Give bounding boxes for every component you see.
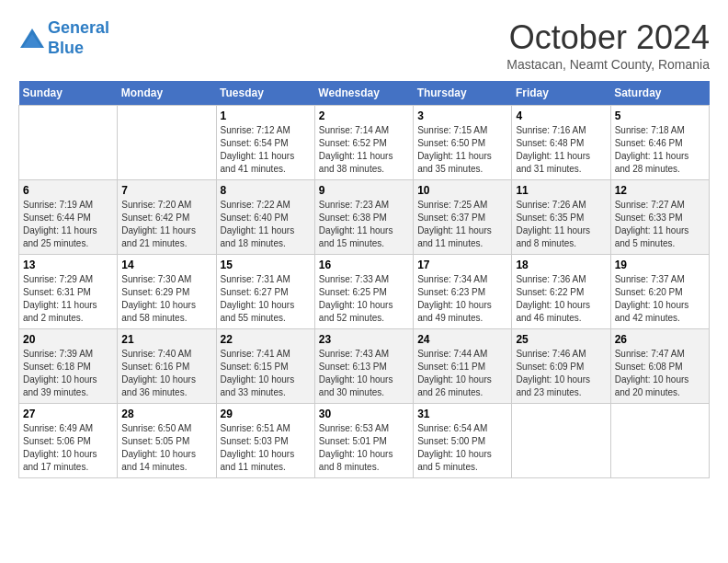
cell-day-number: 23 (319, 333, 409, 346)
cell-sun-info: Sunrise: 7:33 AMSunset: 6:25 PMDaylight:… (319, 273, 409, 325)
calendar-cell: 2Sunrise: 7:14 AMSunset: 6:52 PMDaylight… (314, 106, 413, 180)
day-header-friday: Friday (512, 81, 610, 106)
calendar-cell: 1Sunrise: 7:12 AMSunset: 6:54 PMDaylight… (216, 106, 314, 180)
cell-sun-info: Sunrise: 7:39 AMSunset: 6:18 PMDaylight:… (23, 348, 113, 399)
cell-sun-info: Sunrise: 7:18 AMSunset: 6:46 PMDaylight:… (615, 124, 705, 176)
cell-day-number: 7 (121, 184, 211, 197)
calendar-cell: 18Sunrise: 7:36 AMSunset: 6:22 PMDayligh… (512, 255, 610, 329)
calendar-cell: 17Sunrise: 7:34 AMSunset: 6:23 PMDayligh… (414, 255, 512, 329)
cell-day-number: 27 (23, 408, 113, 420)
cell-sun-info: Sunrise: 7:15 AMSunset: 6:50 PMDaylight:… (417, 124, 507, 176)
cell-day-number: 6 (23, 184, 113, 197)
cell-sun-info: Sunrise: 7:16 AMSunset: 6:48 PMDaylight:… (516, 124, 606, 176)
cell-sun-info: Sunrise: 6:54 AMSunset: 5:00 PMDaylight:… (417, 422, 507, 474)
calendar-week-5: 27Sunrise: 6:49 AMSunset: 5:06 PMDayligh… (19, 404, 710, 478)
cell-day-number: 20 (23, 333, 113, 346)
cell-sun-info: Sunrise: 7:34 AMSunset: 6:23 PMDaylight:… (417, 273, 507, 325)
cell-sun-info: Sunrise: 7:44 AMSunset: 6:11 PMDaylight:… (417, 348, 507, 399)
calendar-week-1: 1Sunrise: 7:12 AMSunset: 6:54 PMDaylight… (19, 106, 710, 180)
calendar-cell: 14Sunrise: 7:30 AMSunset: 6:29 PMDayligh… (118, 255, 216, 329)
cell-day-number: 5 (615, 109, 705, 122)
cell-sun-info: Sunrise: 7:23 AMSunset: 6:38 PMDaylight:… (319, 199, 409, 250)
calendar-header: SundayMondayTuesdayWednesdayThursdayFrid… (19, 81, 710, 106)
logo-line1: General (48, 18, 109, 37)
cell-day-number: 15 (221, 259, 311, 271)
cell-day-number: 17 (417, 259, 507, 271)
logo-line2: Blue (48, 39, 84, 57)
cell-sun-info: Sunrise: 7:37 AMSunset: 6:20 PMDaylight:… (615, 273, 705, 325)
calendar-cell: 6Sunrise: 7:19 AMSunset: 6:44 PMDaylight… (19, 180, 118, 255)
calendar-cell: 25Sunrise: 7:46 AMSunset: 6:09 PMDayligh… (512, 329, 610, 404)
location-subtitle: Mastacan, Neamt County, Romania (506, 57, 710, 72)
calendar-cell: 31Sunrise: 6:54 AMSunset: 5:00 PMDayligh… (414, 404, 512, 478)
cell-sun-info: Sunrise: 7:22 AMSunset: 6:40 PMDaylight:… (221, 199, 311, 250)
cell-day-number: 21 (121, 333, 211, 346)
day-header-tuesday: Tuesday (216, 81, 314, 106)
cell-sun-info: Sunrise: 7:25 AMSunset: 6:37 PMDaylight:… (417, 199, 507, 250)
calendar-cell: 15Sunrise: 7:31 AMSunset: 6:27 PMDayligh… (216, 255, 314, 329)
cell-day-number: 2 (319, 109, 409, 122)
calendar-cell: 7Sunrise: 7:20 AMSunset: 6:42 PMDaylight… (118, 180, 216, 255)
cell-sun-info: Sunrise: 7:29 AMSunset: 6:31 PMDaylight:… (23, 273, 113, 325)
cell-sun-info: Sunrise: 7:20 AMSunset: 6:42 PMDaylight:… (121, 199, 211, 250)
calendar-cell: 4Sunrise: 7:16 AMSunset: 6:48 PMDaylight… (512, 106, 610, 180)
calendar-cell: 23Sunrise: 7:43 AMSunset: 6:13 PMDayligh… (314, 329, 413, 404)
cell-day-number: 30 (319, 408, 409, 420)
cell-sun-info: Sunrise: 7:14 AMSunset: 6:52 PMDaylight:… (319, 124, 409, 176)
cell-day-number: 18 (516, 259, 606, 271)
calendar-body: 1Sunrise: 7:12 AMSunset: 6:54 PMDaylight… (19, 106, 710, 478)
calendar-cell: 13Sunrise: 7:29 AMSunset: 6:31 PMDayligh… (19, 255, 118, 329)
cell-day-number: 9 (319, 184, 409, 197)
calendar-week-2: 6Sunrise: 7:19 AMSunset: 6:44 PMDaylight… (19, 180, 710, 255)
cell-day-number: 12 (615, 184, 705, 197)
calendar-cell: 20Sunrise: 7:39 AMSunset: 6:18 PMDayligh… (19, 329, 118, 404)
cell-sun-info: Sunrise: 7:47 AMSunset: 6:08 PMDaylight:… (615, 348, 705, 399)
calendar-cell: 11Sunrise: 7:26 AMSunset: 6:35 PMDayligh… (512, 180, 610, 255)
calendar-week-3: 13Sunrise: 7:29 AMSunset: 6:31 PMDayligh… (19, 255, 710, 329)
cell-day-number: 16 (319, 259, 409, 271)
day-header-wednesday: Wednesday (314, 81, 413, 106)
calendar-cell (19, 106, 118, 180)
calendar-cell: 22Sunrise: 7:41 AMSunset: 6:15 PMDayligh… (216, 329, 314, 404)
calendar-cell: 16Sunrise: 7:33 AMSunset: 6:25 PMDayligh… (314, 255, 413, 329)
cell-day-number: 26 (615, 333, 705, 346)
cell-day-number: 8 (221, 184, 311, 197)
calendar-cell (512, 404, 610, 478)
cell-sun-info: Sunrise: 7:40 AMSunset: 6:16 PMDaylight:… (121, 348, 211, 399)
calendar-cell: 19Sunrise: 7:37 AMSunset: 6:20 PMDayligh… (610, 255, 709, 329)
calendar-cell: 12Sunrise: 7:27 AMSunset: 6:33 PMDayligh… (610, 180, 709, 255)
logo: General Blue (18, 18, 109, 58)
cell-sun-info: Sunrise: 6:51 AMSunset: 5:03 PMDaylight:… (221, 422, 311, 474)
cell-sun-info: Sunrise: 6:49 AMSunset: 5:06 PMDaylight:… (23, 422, 113, 474)
cell-day-number: 11 (516, 184, 606, 197)
calendar-cell: 24Sunrise: 7:44 AMSunset: 6:11 PMDayligh… (414, 329, 512, 404)
calendar-cell: 29Sunrise: 6:51 AMSunset: 5:03 PMDayligh… (216, 404, 314, 478)
month-title: October 2024 (506, 18, 710, 57)
day-header-saturday: Saturday (610, 81, 709, 106)
day-header-sunday: Sunday (19, 81, 118, 106)
calendar-cell: 21Sunrise: 7:40 AMSunset: 6:16 PMDayligh… (118, 329, 216, 404)
cell-sun-info: Sunrise: 7:31 AMSunset: 6:27 PMDaylight:… (221, 273, 311, 325)
page-header: General Blue October 2024 Mastacan, Neam… (18, 18, 710, 72)
cell-sun-info: Sunrise: 7:43 AMSunset: 6:13 PMDaylight:… (319, 348, 409, 399)
calendar-cell (118, 106, 216, 180)
header-row: SundayMondayTuesdayWednesdayThursdayFrid… (19, 81, 710, 106)
cell-sun-info: Sunrise: 7:41 AMSunset: 6:15 PMDaylight:… (221, 348, 311, 399)
cell-day-number: 24 (417, 333, 507, 346)
calendar-cell (610, 404, 709, 478)
cell-day-number: 19 (615, 259, 705, 271)
calendar-cell: 28Sunrise: 6:50 AMSunset: 5:05 PMDayligh… (118, 404, 216, 478)
cell-sun-info: Sunrise: 7:30 AMSunset: 6:29 PMDaylight:… (121, 273, 211, 325)
calendar-cell: 27Sunrise: 6:49 AMSunset: 5:06 PMDayligh… (19, 404, 118, 478)
cell-sun-info: Sunrise: 7:26 AMSunset: 6:35 PMDaylight:… (516, 199, 606, 250)
cell-day-number: 14 (121, 259, 211, 271)
cell-day-number: 25 (516, 333, 606, 346)
cell-day-number: 1 (221, 109, 311, 122)
cell-day-number: 29 (221, 408, 311, 420)
calendar-cell: 8Sunrise: 7:22 AMSunset: 6:40 PMDaylight… (216, 180, 314, 255)
calendar-table: SundayMondayTuesdayWednesdayThursdayFrid… (18, 81, 710, 478)
title-area: October 2024 Mastacan, Neamt County, Rom… (506, 18, 710, 72)
cell-sun-info: Sunrise: 6:53 AMSunset: 5:01 PMDaylight:… (319, 422, 409, 474)
cell-day-number: 3 (417, 109, 507, 122)
day-header-thursday: Thursday (414, 81, 512, 106)
